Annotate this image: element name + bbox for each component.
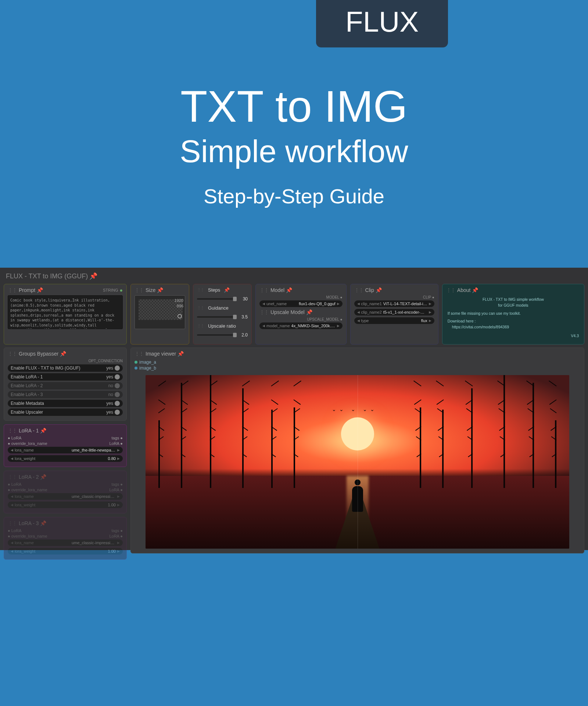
pin-icon[interactable]: 📌	[89, 272, 97, 280]
lora-weight[interactable]: ◀lora_weight0.80▶	[8, 455, 123, 462]
hero: TXT to IMG Simple workflow Step-by-Step …	[0, 0, 588, 208]
grip-icon: ⋮⋮	[8, 287, 17, 293]
lora-weight[interactable]: ◀lora_weight1.00▶	[8, 502, 123, 508]
size-panel[interactable]: ⋮⋮Size📌 1920896	[130, 284, 189, 345]
prompt-text[interactable]: Comic book style,linquivera,Ink illustra…	[8, 295, 123, 329]
clip2-select[interactable]: ◀clip_name2t5-v1_1-xxl-encoder-Q8_0.gguf…	[354, 309, 434, 315]
bypass-toggle[interactable]: Enable LoRA - 3no	[8, 391, 123, 398]
image-a-option[interactable]: image_a	[135, 360, 580, 365]
hero-guide: Step-by-Step Guide	[0, 184, 588, 208]
bypass-toggle[interactable]: Enable LoRA - 2no	[8, 382, 123, 389]
bypass-panel: ⋮⋮Groups Bypasser📌 OPT_CONNECTION Enable…	[4, 347, 127, 421]
pin-icon[interactable]: 📌	[37, 287, 43, 293]
bypass-toggle[interactable]: Enable LoRA - 1yes	[8, 373, 123, 381]
unet-select[interactable]: ◀unet_nameflux1-dev-Q8_0.gguf▶	[259, 300, 343, 307]
upscale-model-select[interactable]: ◀model_name4x_NMKD-Siax_200k.pth▶	[259, 322, 343, 329]
lora-name-select[interactable]: ◀lora_nameume_classic-impressionist.safe…	[8, 493, 123, 500]
lora-name-select[interactable]: ◀lora_nameume_the-little-newspaper.safet…	[8, 447, 123, 453]
model-panel: ⋮⋮Model📌 MODEL ● ◀unet_nameflux1-dev-Q8_…	[255, 284, 347, 345]
prompt-panel[interactable]: ⋮⋮Prompt📌STRING● Comic book style,linqui…	[4, 284, 127, 345]
lora-panel: ⋮⋮LoRA - 1📌 ● LoRAtags ● ● override_lora…	[4, 424, 127, 467]
resize-handle[interactable]	[178, 314, 182, 318]
bypass-toggle[interactable]: Enable FLUX - TXT to IMG (GGUF)yes	[8, 364, 123, 372]
image-viewer-panel: ⋮⋮Image viewer📌 image_a image_b ⌄⌄ ⌄ ⌄⌄	[130, 347, 584, 553]
lora-panel: ⋮⋮LoRA - 3📌 ● LoRAtags ● ● override_lora…	[4, 517, 127, 560]
lora-name-select[interactable]: ◀lora_nameume_classic-impressionist.safe…	[8, 539, 123, 546]
size-canvas[interactable]: 1920896	[135, 295, 185, 329]
bypass-toggle[interactable]: Enable Upscaleryes	[8, 409, 123, 416]
lora-weight[interactable]: ◀lora_weight1.00▶	[8, 548, 123, 555]
generated-image: ⌄⌄ ⌄ ⌄⌄	[146, 375, 569, 549]
guidance-slider[interactable]	[197, 316, 237, 318]
hero-subtitle: Simple workflow	[0, 133, 588, 170]
hero-title: TXT to IMG	[0, 81, 588, 132]
flux-badge: FLUX	[316, 0, 448, 47]
image-b-option[interactable]: image_b	[135, 366, 580, 371]
app-title: FLUX - TXT to IMG (GGUF)📌	[4, 271, 584, 284]
lora-panel: ⋮⋮LoRA - 2📌 ● LoRAtags ● ● override_lora…	[4, 471, 127, 513]
steps-slider[interactable]	[197, 298, 237, 300]
clip1-select[interactable]: ◀clip_name1ViT-L-14-TEXT-detail-impro...…	[354, 300, 434, 307]
upscale-slider[interactable]	[197, 334, 237, 336]
app-window: FLUX - TXT to IMG (GGUF)📌 ⋮⋮Prompt📌STRIN…	[0, 268, 588, 550]
about-panel: ⋮⋮About📌 FLUX - TXT to IMG simple workfl…	[442, 284, 584, 345]
bypass-toggle[interactable]: Enable Metadatayes	[8, 400, 123, 407]
params-panel: ⋮⋮Steps📌 30 ⋮⋮Guidance 3.5 ⋮⋮Upscale rat…	[193, 284, 252, 345]
clip-panel: ⋮⋮Clip📌 CLIP ● ◀clip_name1ViT-L-14-TEXT-…	[350, 284, 438, 345]
clip-type-select[interactable]: ◀typeflux▶	[354, 317, 434, 324]
